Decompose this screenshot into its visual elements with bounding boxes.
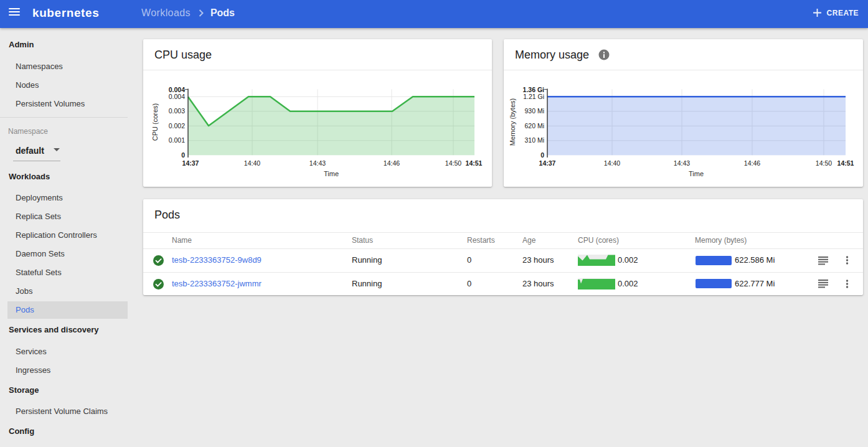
svg-text:14:50: 14:50	[445, 159, 461, 167]
svg-text:0.004: 0.004	[169, 93, 185, 100]
svg-text:14:43: 14:43	[309, 159, 326, 167]
svg-text:620 Mi: 620 Mi	[524, 122, 544, 129]
svg-text:14:40: 14:40	[604, 159, 620, 167]
svg-text:0: 0	[540, 151, 544, 159]
svg-text:CPU (cores): CPU (cores)	[151, 103, 159, 141]
svg-text:Memory (bytes): Memory (bytes)	[509, 98, 516, 146]
svg-text:310 Mi: 310 Mi	[524, 136, 544, 144]
svg-text:14:51: 14:51	[466, 159, 483, 167]
svg-text:0.003: 0.003	[169, 107, 185, 115]
svg-text:Time: Time	[689, 170, 704, 177]
svg-text:14:46: 14:46	[744, 159, 760, 167]
svg-text:930 Mi: 930 Mi	[524, 107, 544, 115]
svg-text:Time: Time	[324, 170, 339, 177]
svg-text:0.002: 0.002	[169, 122, 185, 129]
svg-text:14:37: 14:37	[539, 159, 556, 167]
svg-text:1.36 Gi: 1.36 Gi	[523, 86, 545, 93]
svg-text:1.21 Gi: 1.21 Gi	[523, 93, 544, 100]
svg-text:14:51: 14:51	[837, 159, 854, 167]
svg-text:14:50: 14:50	[816, 159, 832, 167]
svg-text:14:46: 14:46	[384, 159, 400, 167]
svg-text:0.001: 0.001	[169, 136, 185, 144]
svg-text:14:37: 14:37	[182, 159, 199, 167]
svg-text:14:43: 14:43	[674, 159, 690, 167]
svg-text:14:40: 14:40	[244, 159, 260, 167]
svg-text:0: 0	[181, 151, 185, 159]
svg-text:0.004: 0.004	[169, 86, 185, 93]
